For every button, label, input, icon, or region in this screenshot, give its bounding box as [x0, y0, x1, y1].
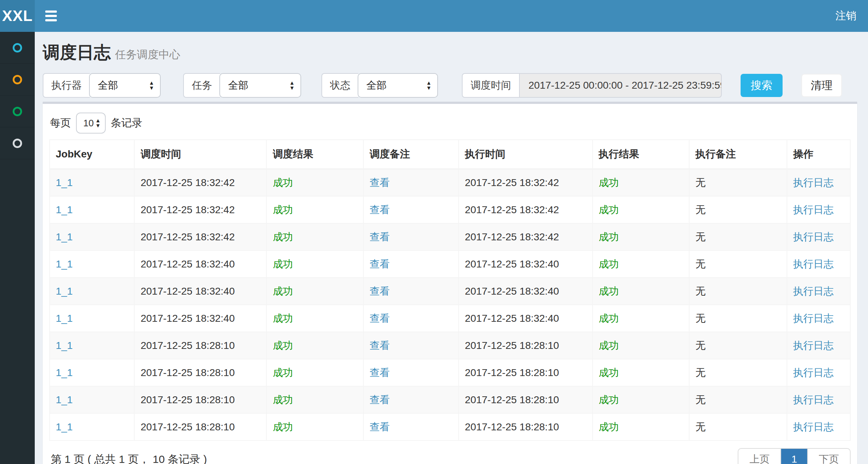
handle-time: 2017-12-25 18:32:42: [465, 177, 559, 188]
column-header: 操作: [787, 140, 850, 169]
page-size-row: 每页 10 ▲▼ 条记录: [49, 110, 851, 139]
pagination-summary: 第 1 页 ( 总共 1 页， 10 条记录 ): [49, 452, 207, 464]
clear-button[interactable]: 清理: [801, 74, 842, 97]
page-size-prefix-label: 每页: [50, 116, 71, 130]
circle-icon: [13, 75, 22, 84]
search-button[interactable]: 搜索: [741, 74, 783, 97]
handle-result: 成功: [599, 177, 619, 188]
handle-time: 2017-12-25 18:28:10: [465, 367, 559, 378]
execution-log-link[interactable]: 执行日志: [793, 258, 834, 270]
job-key-link[interactable]: 1_1: [56, 394, 73, 405]
handle-result: 成功: [599, 394, 619, 405]
trigger-time: 2017-12-25 18:32:40: [140, 258, 235, 270]
table-row: 1_12017-12-25 18:28:10成功查看2017-12-25 18:…: [50, 332, 850, 359]
trigger-msg-view-link[interactable]: 查看: [370, 258, 390, 270]
logout-link[interactable]: 注销: [824, 0, 868, 32]
trigger-time-filter-group: 调度时间 2017-12-25 00:00:00 - 2017-12-25 23…: [462, 73, 722, 98]
current-page-button[interactable]: 1: [781, 449, 808, 464]
trigger-time: 2017-12-25 18:28:10: [140, 340, 235, 351]
status-filter-select[interactable]: 全部 ▲▼: [358, 73, 438, 98]
table-row: 1_12017-12-25 18:32:40成功查看2017-12-25 18:…: [50, 305, 850, 332]
executor-filter-select[interactable]: 全部 ▲▼: [89, 73, 161, 98]
handle-result: 成功: [599, 421, 619, 433]
sidebar-menu: [0, 32, 35, 464]
handle-msg: 无: [695, 394, 705, 405]
handle-msg: 无: [695, 231, 705, 242]
column-header: JobKey: [50, 140, 134, 169]
job-key-link[interactable]: 1_1: [56, 367, 73, 378]
execution-log-link[interactable]: 执行日志: [793, 204, 834, 215]
execution-log-link[interactable]: 执行日志: [793, 177, 834, 188]
trigger-time: 2017-12-25 18:28:10: [140, 394, 235, 405]
job-key-link[interactable]: 1_1: [56, 204, 73, 215]
hamburger-icon: [45, 10, 57, 21]
select-arrows-icon: ▲▼: [149, 80, 154, 90]
handle-msg: 无: [695, 286, 705, 297]
sidebar-menu-item-1[interactable]: [0, 32, 35, 64]
execution-log-link[interactable]: 执行日志: [793, 231, 834, 242]
page-size-select[interactable]: 10 ▲▼: [76, 113, 106, 134]
handle-time: 2017-12-25 18:32:40: [465, 258, 559, 270]
page-size-suffix-label: 条记录: [111, 116, 142, 130]
circle-icon: [13, 43, 22, 52]
trigger-result: 成功: [273, 177, 293, 188]
trigger-msg-view-link[interactable]: 查看: [370, 313, 390, 324]
dispatch-log-table: JobKey调度时间调度结果调度备注执行时间执行结果执行备注操作 1_12017…: [49, 139, 851, 441]
prev-page-button[interactable]: 上页: [738, 449, 781, 464]
app-logo[interactable]: XXL: [0, 0, 35, 32]
job-key-link[interactable]: 1_1: [56, 286, 73, 297]
trigger-msg-view-link[interactable]: 查看: [370, 286, 390, 297]
execution-log-link[interactable]: 执行日志: [793, 367, 834, 378]
table-row: 1_12017-12-25 18:28:10成功查看2017-12-25 18:…: [50, 359, 850, 386]
trigger-time-range-input[interactable]: 2017-12-25 00:00:00 - 2017-12-25 23:59:5…: [519, 73, 722, 98]
trigger-time: 2017-12-25 18:32:42: [140, 204, 235, 215]
job-key-link[interactable]: 1_1: [56, 177, 73, 188]
trigger-msg-view-link[interactable]: 查看: [370, 204, 390, 215]
sidebar-toggle-button[interactable]: [35, 0, 67, 32]
execution-log-link[interactable]: 执行日志: [793, 340, 834, 351]
job-filter-label: 任务: [183, 73, 220, 98]
job-key-link[interactable]: 1_1: [56, 313, 73, 324]
handle-result: 成功: [599, 286, 619, 297]
job-filter-value: 全部: [228, 79, 248, 92]
select-arrows-icon: ▲▼: [95, 118, 101, 128]
trigger-msg-view-link[interactable]: 查看: [370, 340, 390, 351]
execution-log-link[interactable]: 执行日志: [793, 286, 834, 297]
table-footer: 第 1 页 ( 总共 1 页， 10 条记录 ) 上页 1 下页: [49, 448, 851, 464]
trigger-result: 成功: [273, 421, 293, 433]
trigger-msg-view-link[interactable]: 查看: [370, 177, 390, 188]
execution-log-link[interactable]: 执行日志: [793, 313, 834, 324]
sidebar-menu-item-2[interactable]: [0, 64, 35, 96]
executor-filter-value: 全部: [98, 79, 118, 92]
sidebar-menu-item-3[interactable]: [0, 96, 35, 127]
trigger-msg-view-link[interactable]: 查看: [370, 394, 390, 405]
job-filter-select[interactable]: 全部 ▲▼: [219, 73, 301, 98]
trigger-msg-view-link[interactable]: 查看: [370, 367, 390, 378]
execution-log-link[interactable]: 执行日志: [793, 421, 834, 433]
handle-result: 成功: [599, 204, 619, 215]
trigger-result: 成功: [273, 340, 293, 351]
handle-time: 2017-12-25 18:28:10: [465, 340, 559, 351]
trigger-msg-view-link[interactable]: 查看: [370, 421, 390, 433]
table-row: 1_12017-12-25 18:32:42成功查看2017-12-25 18:…: [50, 223, 850, 250]
trigger-msg-view-link[interactable]: 查看: [370, 231, 390, 242]
trigger-time: 2017-12-25 18:28:10: [140, 421, 235, 433]
top-navbar: XXL 注销: [0, 0, 868, 32]
table-row: 1_12017-12-25 18:32:40成功查看2017-12-25 18:…: [50, 250, 850, 278]
next-page-button[interactable]: 下页: [808, 449, 850, 464]
job-key-link[interactable]: 1_1: [56, 231, 73, 242]
job-key-link[interactable]: 1_1: [56, 340, 73, 351]
executor-filter-group: 执行器 全部 ▲▼: [43, 73, 161, 98]
table-row: 1_12017-12-25 18:28:10成功查看2017-12-25 18:…: [50, 386, 850, 413]
handle-time: 2017-12-25 18:32:40: [465, 313, 559, 324]
job-key-link[interactable]: 1_1: [56, 258, 73, 270]
handle-msg: 无: [695, 313, 705, 324]
handle-result: 成功: [599, 231, 619, 242]
job-key-link[interactable]: 1_1: [56, 421, 73, 433]
page-header: 调度日志任务调度中心: [43, 32, 857, 71]
sidebar-menu-item-4[interactable]: [0, 127, 35, 159]
table-row: 1_12017-12-25 18:32:40成功查看2017-12-25 18:…: [50, 278, 850, 305]
trigger-result: 成功: [273, 231, 293, 242]
pagination: 上页 1 下页: [738, 448, 851, 464]
execution-log-link[interactable]: 执行日志: [793, 394, 834, 405]
